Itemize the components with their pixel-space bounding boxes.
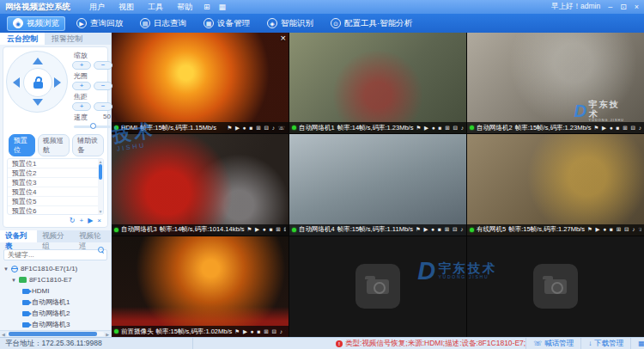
download-manage-button[interactable]: ↓ 下载管理 [580,338,630,349]
broadcast-manage-button[interactable]: ☏ 喊话管理 [526,338,580,349]
iris-minus-button[interactable]: − [94,82,112,90]
ptz-down-arrow[interactable] [33,99,43,106]
video-cell-6[interactable]: 有线网机5 帧率:15帧/s,码率:1.27Mb/s ⚑ ▶ ● ■ ⊞ ⊟ ♪… [467,134,644,235]
unlock-icon [33,77,43,89]
tab-device-manage[interactable]: ▦ 设备管理 [197,16,256,31]
layout-icon[interactable]: ⊞ [204,3,210,11]
preset-call-icon[interactable]: ▶ [88,217,93,224]
tab-video-group[interactable]: 视频分组 [37,230,74,242]
speed-slider[interactable] [74,123,111,130]
tab-aux-device[interactable]: 辅助设备 [72,134,104,156]
ptz-dpad[interactable] [6,51,68,113]
tree-channel-1[interactable]: 自动网络机1 [0,297,111,308]
tree-device[interactable]: ▼ 8F1C1810-E7 [0,274,111,285]
video-cell-4[interactable]: 自动网络机3 帧率:14帧/s,码率:1014.14kb/s ⚑ ▶ ● ■ ⊞… [112,134,289,235]
overlay-toolbar-icons[interactable]: ⚑ ▶ ● ■ ⊞ ⊟ ♪ ☏ [227,125,286,132]
menu-help[interactable]: 帮助 [177,2,192,13]
chevron-down-icon[interactable]: ▼ [3,266,9,272]
video-cell-7-selected[interactable]: 前置摄像头 帧率:15帧/s,码率:1.02Mb/s ⚑ ▶ ● ■ ⊞ ⊟ ♪… [112,236,289,337]
minimize-button[interactable]: – [608,3,612,11]
close-video-icon[interactable]: × [281,34,286,43]
preset-refresh-icon[interactable]: ↻ [70,217,76,224]
speed-value: 50 [103,113,111,122]
video-cell-5[interactable]: 自动网络机4 帧率:15帧/s,码率:1.11Mb/s ⚑ ▶ ● ■ ⊞ ⊟ … [289,134,466,235]
tab-playback[interactable]: ▶ 查询回放 [70,16,129,31]
video-overlay: 自动网络机4 帧率:15帧/s,码率:1.11Mb/s ⚑ ▶ ● ■ ⊞ ⊟ … [289,224,466,236]
overlay-toolbar-icons[interactable]: ⚑ ▶ ● ■ ⊞ ⊟ ♪ ☏ [416,125,464,132]
tab-video-tour[interactable]: 视频轮巡 [74,230,111,242]
ptz-left-arrow[interactable] [13,77,20,88]
tab-config-tools[interactable]: ⊙ 配置工具·智能分析 [325,16,418,31]
preset-add-icon[interactable]: + [80,217,84,224]
scroll-left-icon[interactable]: ◀ [0,332,7,337]
button-label: 喊话管理 [544,339,574,349]
playback-icon: ▶ [76,18,87,28]
scroll-thumb[interactable] [99,164,102,180]
sidebar-hscrollbar[interactable]: ◀ ▶ [0,330,111,337]
ptz-up-arrow[interactable] [33,58,43,64]
scroll-down-icon[interactable]: ▼ [99,209,103,214]
statusbar: 平台地址：172.25.36.11:9988 ! 类型:视频信号恢复;来源:HD… [0,337,644,349]
preset-item[interactable]: 预置位6 [8,206,103,215]
overlay-toolbar-icons[interactable]: ⚑ ▶ ● ■ ⊞ ⊟ ♪ ☏ [416,226,464,233]
ptz-right-arrow[interactable] [54,77,61,88]
ptz-tab-bar: 云台控制 报警控制 [0,33,111,45]
restore-button[interactable]: ⊡ [620,3,627,11]
video-cell-9-empty[interactable] [467,236,644,337]
preset-item[interactable]: 预置位3 [8,178,103,187]
alarm-message: ! 类型:视频信号恢复;来源:HDMI;描述:设备:8F1C1810-E7; [336,339,526,349]
overlay-toolbar-icons[interactable]: ⚑ ▶ ● ■ ⊞ ⊟ ♪ ☏ [587,226,641,233]
chevron-down-icon[interactable]: ▼ [11,278,16,283]
camera-placeholder-icon [544,279,567,294]
zoom-plus-button[interactable]: + [72,61,91,70]
hscroll-thumb[interactable] [9,332,97,336]
focus-plus-button[interactable]: + [72,102,91,111]
camera-placeholder-icon [367,279,389,294]
grid-layout-icon[interactable]: ▦ [219,3,227,11]
tab-alarm-control[interactable]: 报警控制 [45,33,89,45]
tab-ai-recognition[interactable]: ◈ 智能识别 [261,16,319,31]
scroll-right-icon[interactable]: ▶ [104,332,111,337]
tree-channel-2[interactable]: 自动网络机2 [0,308,111,319]
video-frame [112,134,289,235]
tree-root[interactable]: ▼ 8F1C1810-E7(1/1) [0,263,111,274]
tab-label: 视频浏览 [27,18,59,29]
menu-user[interactable]: 用户 [89,2,105,13]
search-icon[interactable] [98,247,104,253]
data-export-button[interactable]: ▦ 数据导出 [630,338,644,349]
preset-item[interactable]: 预置位5 [8,197,103,206]
tab-video-cruise[interactable]: 视频巡航 [38,134,70,156]
overlay-toolbar-icons[interactable]: ⚑ ▶ ● ■ ⊞ ⊟ ♪ ☏ [246,226,286,233]
video-cell-3[interactable]: 自动网络机2 帧率:15帧/s,码率:1.23Mb/s ⚑ ▶ ● ■ ⊞ ⊟ … [467,33,644,133]
overlay-toolbar-icons[interactable]: ⚑ ▶ ● ■ ⊞ ⊟ ♪ ☏ [593,125,641,132]
iris-plus-button[interactable]: + [72,82,91,90]
log-icon: ▤ [140,18,150,28]
tab-video-browse[interactable]: ◉ 视频浏览 [7,16,65,31]
status-led [114,329,118,334]
preset-delete-icon[interactable]: × [97,217,101,224]
focus-minus-button[interactable]: − [94,102,112,111]
tab-ptz-control[interactable]: 云台控制 [0,33,45,45]
focus-label: 焦距 [74,92,112,101]
preset-scrollbar[interactable]: ▲ ▼ [98,159,103,214]
search-input[interactable] [3,249,107,260]
overlay-toolbar-icons[interactable]: ⚑ ▶ ● ■ ⊞ ⊟ ♪ ☏ [234,328,286,335]
video-overlay: 自动网络机3 帧率:14帧/s,码率:1014.14kb/s ⚑ ▶ ● ■ ⊞… [112,224,289,236]
video-cell-8-empty[interactable] [289,236,466,337]
zoom-minus-button[interactable]: − [94,61,112,70]
menu-tools[interactable]: 工具 [148,2,163,13]
tree-channel-hdmi[interactable]: HDMI [0,285,111,297]
tab-presets[interactable]: 预置位 [9,134,35,156]
preset-item[interactable]: 预置位4 [8,187,103,197]
tab-device-list[interactable]: 设备列表 [0,230,37,242]
tab-label: 查询回放 [90,18,123,29]
video-cell-2[interactable]: 自动网络机1 帧率:14帧/s,码率:1.23Mb/s ⚑ ▶ ● ■ ⊞ ⊟ … [289,33,466,133]
menu-view[interactable]: 视图 [118,2,134,13]
tab-log-query[interactable]: ▤ 日志查询 [134,16,192,31]
ptz-lock-button[interactable] [23,68,52,97]
video-cell-1[interactable]: × HDMI 帧率:15帧/s,码率:1.15Mb/s ⚑ ▶ ● ■ ⊞ ⊟ … [112,33,289,133]
preset-item[interactable]: 预置位1 [8,159,103,168]
close-button[interactable]: × [635,3,639,11]
preset-item[interactable]: 预置位2 [8,168,103,178]
tree-channel-3[interactable]: 自动网络机3 [0,319,111,330]
